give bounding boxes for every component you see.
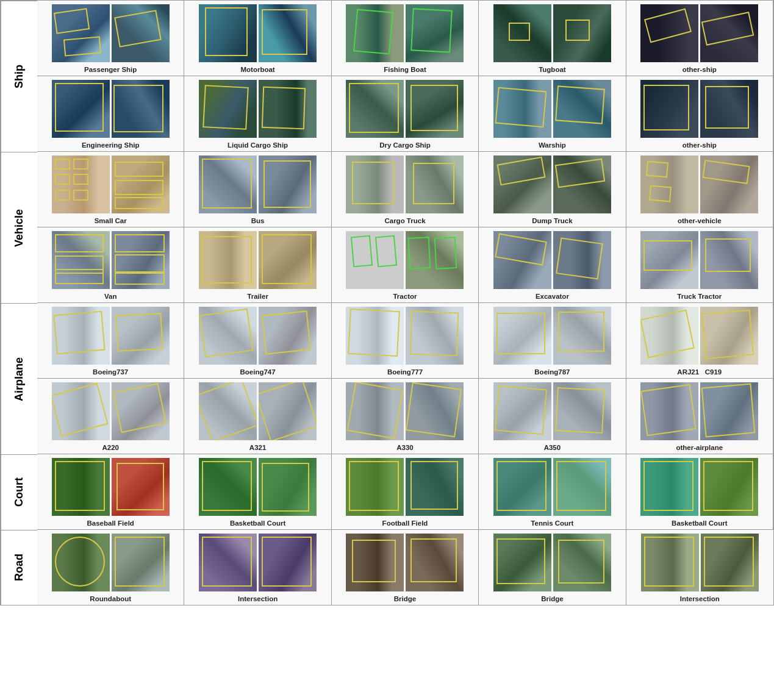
img-basketball-court2-1	[640, 458, 698, 516]
label-small-car: Small Car	[95, 217, 127, 224]
label-dump-truck: Dump Truck	[532, 217, 572, 224]
label-intersection-1: Intersection	[238, 595, 278, 602]
img-tennis-1	[493, 458, 551, 516]
img-bridge-1a	[346, 534, 404, 591]
cell-passenger-ship: Passenger Ship	[37, 1, 184, 76]
img-roundabout-2	[112, 534, 170, 591]
label-boeing737: Boeing737	[93, 368, 128, 376]
cell-dump-truck: Dump Truck	[479, 152, 626, 227]
label-bridge-2: Bridge	[541, 595, 563, 602]
img-basketball-court2-2	[700, 458, 758, 516]
img-boeing787-1	[493, 307, 551, 365]
cell-tennis-court: Tennis Court	[479, 454, 626, 530]
img-dump-truck-1	[493, 155, 551, 213]
label-cargo-truck: Cargo Truck	[384, 217, 425, 224]
img-other-ship-1b	[700, 4, 758, 62]
img-boeing747-1	[199, 307, 257, 365]
img-basketball-2	[259, 458, 317, 516]
cell-warship: Warship	[479, 76, 626, 152]
img-motorboat-1	[199, 4, 257, 62]
label-boeing787: Boeing787	[534, 368, 570, 376]
label-warship: Warship	[539, 141, 566, 149]
img-warship-1	[493, 80, 551, 138]
img-van-2	[112, 231, 170, 289]
cell-baseball-field: Baseball Field	[37, 454, 184, 530]
img-cargo-truck-2	[406, 155, 464, 213]
img-boeing787-2	[553, 307, 611, 365]
label-passenger-ship: Passenger Ship	[84, 66, 137, 73]
img-small-car-2	[112, 155, 170, 213]
img-other-airplane-2	[700, 382, 758, 440]
category-vehicle: Vehicle	[1, 152, 37, 303]
label-boeing777: Boeing777	[387, 368, 423, 376]
cell-boeing787: Boeing787	[479, 303, 626, 379]
category-airplane: Airplane	[1, 303, 37, 454]
cell-fishing-boat: Fishing Boat	[332, 1, 479, 76]
img-roundabout-1	[52, 534, 110, 591]
label-a350: A350	[544, 444, 561, 451]
img-dump-truck-2	[553, 155, 611, 213]
img-small-car-1	[52, 155, 110, 213]
cell-liquid-cargo-ship: Liquid Cargo Ship	[184, 76, 331, 152]
cell-other-ship-1: other-ship	[626, 1, 773, 76]
img-liquid-cargo-1	[199, 80, 257, 138]
img-dry-cargo-1	[346, 80, 404, 138]
img-football-2	[406, 458, 464, 516]
img-baseball-2	[112, 458, 170, 516]
cell-bridge-1: Bridge	[332, 530, 479, 605]
label-other-ship-1: other-ship	[683, 66, 717, 73]
img-a321-1	[199, 382, 257, 440]
img-intersection-2a	[641, 534, 699, 591]
img-tugboat-2	[553, 4, 611, 62]
cell-dry-cargo-ship: Dry Cargo Ship	[332, 76, 479, 152]
cell-a350: A350	[479, 379, 626, 454]
label-boeing747: Boeing747	[240, 368, 276, 376]
img-a321-2	[259, 382, 317, 440]
label-football-field: Football Field	[382, 520, 428, 527]
cell-arj21-c919: ARJ21 C919	[626, 303, 773, 379]
label-arj21-c919: ARJ21 C919	[677, 368, 722, 376]
img-tractor-2	[406, 231, 464, 289]
cell-boeing777: Boeing777	[332, 303, 479, 379]
img-boeing777-2	[406, 307, 464, 365]
cell-truck-tractor: Truck Tractor	[626, 227, 773, 303]
label-basketball-court-1: Basketball Court	[230, 520, 285, 527]
label-a321: A321	[249, 444, 267, 451]
img-fishing-boat-1	[346, 4, 404, 62]
cell-intersection-2: Intersection	[626, 530, 773, 605]
img-intersection-2b	[701, 534, 759, 591]
img-a220-1	[52, 382, 110, 440]
img-passenger-ship-1	[52, 4, 110, 62]
label-a330: A330	[396, 444, 414, 451]
label-trailer: Trailer	[247, 293, 268, 300]
label-tugboat: Tugboat	[539, 66, 566, 73]
label-van: Van	[104, 293, 116, 300]
category-court: Court	[1, 454, 37, 530]
category-ship: Ship	[1, 1, 37, 152]
label-tractor: Tractor	[393, 293, 417, 300]
img-other-ship-2a	[640, 80, 698, 138]
cell-other-airplane: other-airplane	[626, 379, 773, 454]
img-bus-2	[259, 155, 317, 213]
label-tennis-court: Tennis Court	[531, 520, 573, 527]
cell-small-car: Small Car	[37, 152, 184, 227]
cell-bridge-2: Bridge	[479, 530, 626, 605]
cell-boeing747: Boeing747	[184, 303, 331, 379]
img-engineering-ship-2	[112, 80, 170, 138]
img-bridge-2b	[553, 534, 611, 591]
img-arj21	[640, 307, 698, 365]
cell-bus: Bus	[184, 152, 331, 227]
img-liquid-cargo-2	[259, 80, 317, 138]
img-bus-1	[199, 155, 257, 213]
label-a220: A220	[102, 444, 119, 451]
cell-boeing737: Boeing737	[37, 303, 184, 379]
img-tractor-1	[346, 231, 404, 289]
img-dry-cargo-2	[406, 80, 464, 138]
label-fishing-boat: Fishing Boat	[384, 66, 426, 73]
cell-intersection-1: Intersection	[184, 530, 331, 605]
cell-a330: A330	[332, 379, 479, 454]
img-a330-1	[346, 382, 404, 440]
img-football-1	[346, 458, 404, 516]
label-other-ship-2: other-ship	[683, 141, 717, 149]
label-other-airplane: other-airplane	[676, 444, 723, 451]
